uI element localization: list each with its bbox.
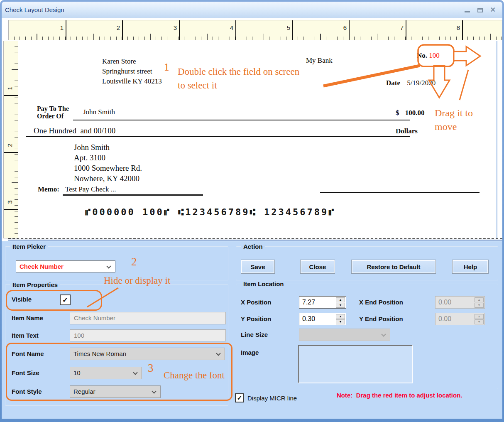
item-name-field[interactable]: Check Number bbox=[70, 312, 226, 324]
payee-address-line3[interactable]: 1000 Somewhere Rd. bbox=[74, 163, 142, 173]
font-name-select[interactable]: Times New Roman bbox=[70, 348, 225, 360]
font-style-label: Font Style bbox=[12, 388, 42, 395]
ruler-inch-line bbox=[179, 20, 180, 40]
x-position-label: X Position bbox=[241, 299, 271, 306]
annotation-drag-text: Drag it to move bbox=[435, 106, 473, 134]
restore-to-default-button[interactable]: Restore to Default bbox=[351, 260, 436, 274]
ruler-inch-line bbox=[4, 95, 18, 96]
pay-to-line1: Pay To The bbox=[37, 105, 69, 113]
title-bar[interactable]: Check Layout Design ✕ bbox=[2, 2, 502, 18]
visible-checkbox[interactable]: ✓ bbox=[60, 294, 71, 305]
design-workspace: 1 2 3 4 5 6 7 8 1 2 3 Karen Store Spring… bbox=[2, 18, 502, 241]
arrow-right-icon bbox=[454, 47, 480, 66]
window-controls: ✕ bbox=[465, 2, 496, 18]
image-preview-box[interactable] bbox=[298, 345, 413, 383]
bank-name[interactable]: My Bank bbox=[306, 56, 333, 65]
font-name-label: Font Name bbox=[12, 350, 44, 357]
micr-line[interactable]: ⑈000000 100⑈ ⑆123456789⑆ 123456789⑈ bbox=[85, 207, 335, 217]
line-size-label: Line Size bbox=[241, 331, 268, 338]
save-button[interactable]: Save bbox=[241, 260, 275, 274]
ruler-inch-line bbox=[122, 20, 123, 40]
payer-block[interactable]: Karen Store Springhurst street Louisvill… bbox=[102, 56, 162, 86]
y-end-position-label: Y End Position bbox=[359, 315, 403, 322]
stepper-arrows[interactable]: ▲▼ bbox=[336, 314, 345, 324]
stepper-arrows[interactable]: ▲▼ bbox=[336, 297, 345, 307]
arrow-up-icon: ▲ bbox=[475, 314, 484, 319]
page-boundary-dashed-line bbox=[8, 238, 502, 239]
arrow-up-icon[interactable]: ▲ bbox=[336, 314, 345, 319]
amount-symbol: $ bbox=[396, 109, 399, 117]
y-position-stepper[interactable]: 0.30 ▲▼ bbox=[299, 313, 346, 325]
font-name-value: Times New Roman bbox=[73, 350, 126, 357]
payer-address2[interactable]: Louisville KY 40213 bbox=[102, 76, 162, 86]
dollars-label: Dollars bbox=[396, 127, 418, 135]
y-end-position-value: 0.00 bbox=[438, 313, 451, 325]
annotation-step1-number: 1 bbox=[164, 61, 169, 73]
item-properties-group-label: Item Properties bbox=[10, 281, 60, 288]
arrow-up-icon[interactable]: ▲ bbox=[336, 297, 345, 302]
ruler-inch-line bbox=[66, 20, 66, 40]
y-position-label: Y Position bbox=[241, 315, 271, 322]
memo-label: Memo: bbox=[38, 185, 59, 194]
arrow-down-icon[interactable]: ▼ bbox=[336, 319, 345, 324]
font-size-value: 10 bbox=[73, 369, 81, 376]
ruler-number: 3 bbox=[6, 199, 13, 206]
x-end-position-label: X End Position bbox=[359, 299, 403, 306]
x-end-position-stepper: 0.00 ▲▼ bbox=[435, 296, 485, 309]
amount-words[interactable]: One Hundred and 00/100 bbox=[34, 126, 115, 135]
payee-address-block[interactable]: John Smith Apt. 3100 1000 Somewhere Rd. … bbox=[74, 142, 142, 184]
y-position-value: 0.30 bbox=[302, 313, 315, 325]
ruler-inch-line bbox=[406, 20, 406, 40]
date-value[interactable]: 5/19/2020 bbox=[402, 79, 435, 87]
ruler-number: 3 bbox=[168, 24, 177, 31]
payee-underline bbox=[73, 120, 410, 120]
close-button[interactable]: Close bbox=[300, 260, 335, 274]
payee-name[interactable]: John Smith bbox=[83, 108, 115, 116]
font-style-value: Regular bbox=[73, 388, 95, 395]
chevron-down-icon bbox=[133, 370, 137, 375]
maximize-icon[interactable] bbox=[477, 8, 483, 12]
ruler-inch-line bbox=[349, 20, 350, 40]
close-icon[interactable]: ✕ bbox=[490, 7, 496, 13]
x-position-value: 7.27 bbox=[302, 297, 315, 308]
annotation-drag-line2: move bbox=[435, 120, 473, 134]
ruler-number: 8 bbox=[451, 24, 460, 31]
ruler-inch-line bbox=[292, 20, 293, 40]
item-picker-select[interactable]: Check Number bbox=[16, 260, 115, 272]
payee-address-line2[interactable]: Apt. 3100 bbox=[74, 152, 142, 163]
help-button[interactable]: Help bbox=[452, 260, 489, 274]
font-size-label: Font Size bbox=[12, 369, 39, 376]
check-preview-canvas[interactable]: Karen Store Springhurst street Louisvill… bbox=[19, 41, 497, 238]
font-style-select[interactable]: Regular bbox=[70, 385, 161, 398]
annotation-leader-line bbox=[460, 70, 468, 100]
memo-value[interactable]: Test Pay Check ... bbox=[65, 185, 116, 194]
arrow-down-icon[interactable]: ▼ bbox=[336, 303, 345, 308]
font-size-select[interactable]: 10 bbox=[70, 367, 142, 379]
ruler-number: 5 bbox=[281, 24, 290, 31]
ruler-inch-line bbox=[4, 209, 18, 210]
item-text-label: Item Text bbox=[12, 332, 39, 339]
display-micr-label: Display MICR line bbox=[247, 395, 297, 402]
visible-label: Visible bbox=[12, 296, 32, 303]
ruler-inch-line bbox=[235, 20, 236, 40]
item-location-group-label: Item Location bbox=[241, 280, 286, 287]
ruler-number: 4 bbox=[224, 24, 233, 31]
vertical-ruler: 1 2 3 bbox=[3, 41, 18, 238]
amount-field[interactable]: $ 100.00 bbox=[396, 109, 425, 117]
date-field[interactable]: Date 5/19/2020 bbox=[386, 79, 435, 87]
minimize-icon[interactable] bbox=[465, 11, 470, 12]
item-text-field[interactable]: 100 bbox=[70, 329, 226, 341]
display-micr-checkbox[interactable]: ✓ bbox=[235, 393, 244, 402]
horizontal-ruler: 1 2 3 4 5 6 7 8 bbox=[8, 20, 502, 40]
amount-value[interactable]: 100.00 bbox=[401, 109, 425, 117]
payer-name[interactable]: Karen Store bbox=[102, 56, 162, 66]
payer-address1[interactable]: Springhurst street bbox=[102, 66, 162, 76]
item-text-value: 100 bbox=[74, 332, 84, 339]
payee-address-line1[interactable]: John Smith bbox=[74, 142, 142, 152]
amount-words-underline bbox=[26, 136, 410, 137]
payee-address-line4[interactable]: Nowhere, KY 42000 bbox=[74, 173, 142, 184]
annotation-step1-line2: to select it bbox=[178, 79, 340, 92]
x-position-stepper[interactable]: 7.27 ▲▼ bbox=[299, 296, 346, 309]
check-number-field[interactable]: No. 100 bbox=[417, 52, 440, 60]
check-number-value[interactable]: 100 bbox=[429, 52, 440, 59]
